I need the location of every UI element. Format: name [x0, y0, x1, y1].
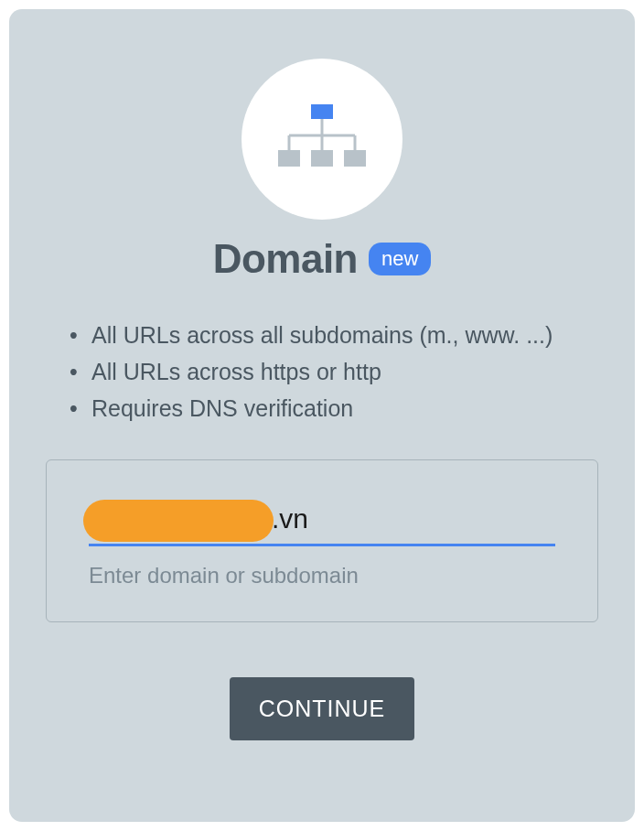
svg-rect-0 — [311, 104, 333, 119]
redacted-overlay — [83, 500, 274, 542]
domain-input[interactable]: .vn — [89, 502, 555, 546]
sitemap-icon — [276, 101, 368, 178]
svg-rect-6 — [278, 150, 300, 167]
svg-rect-8 — [344, 150, 366, 167]
domain-input-value: .vn — [272, 503, 308, 536]
new-badge: new — [369, 243, 431, 275]
feature-item: All URLs across https or http — [70, 353, 598, 390]
feature-item: Requires DNS verification — [70, 390, 598, 426]
input-helper-text: Enter domain or subdomain — [89, 563, 555, 588]
card-title: Domain — [213, 236, 358, 282]
feature-item: All URLs across all subdomains (m., www.… — [70, 317, 598, 353]
domain-input-container: .vn Enter domain or subdomain — [46, 459, 598, 622]
continue-button[interactable]: CONTINUE — [230, 677, 415, 740]
domain-property-card: Domain new All URLs across all subdomain… — [9, 9, 635, 822]
feature-list: All URLs across all subdomains (m., www.… — [46, 317, 598, 426]
title-row: Domain new — [213, 236, 432, 282]
svg-rect-7 — [311, 150, 333, 167]
icon-container — [242, 59, 402, 220]
